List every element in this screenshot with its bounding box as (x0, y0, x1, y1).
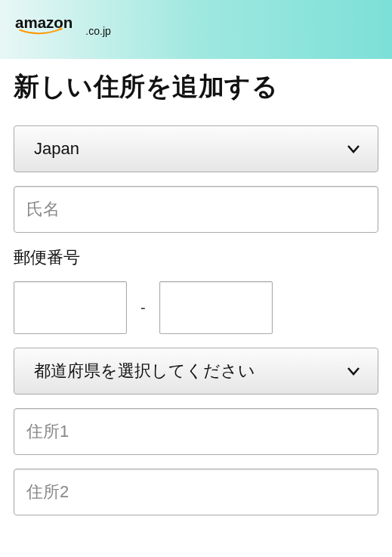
chevron-down-icon (346, 364, 361, 379)
logo-suffix: .co.jp (85, 25, 110, 37)
postal-input-1[interactable] (14, 281, 127, 334)
main-content: 新しい住所を追加する Japan 郵便番号 - 都道府県を選択してください (0, 59, 392, 544)
postal-row: - (14, 281, 378, 334)
chevron-down-icon (346, 141, 361, 156)
address2-input[interactable] (14, 469, 378, 515)
prefecture-select[interactable]: 都道府県を選択してください (14, 348, 378, 395)
name-input[interactable] (14, 186, 378, 233)
page-title: 新しい住所を追加する (14, 70, 378, 104)
country-select-value: Japan (34, 139, 79, 159)
prefecture-select-value: 都道府県を選択してください (34, 360, 255, 382)
header: amazon .co.jp (0, 0, 392, 59)
address1-input[interactable] (14, 408, 378, 455)
amazon-logo-icon: amazon (15, 14, 85, 35)
postal-label: 郵便番号 (14, 246, 378, 269)
svg-text:amazon: amazon (15, 14, 73, 31)
country-select[interactable]: Japan (14, 125, 378, 172)
postal-separator: - (140, 299, 146, 317)
postal-input-2[interactable] (159, 281, 273, 334)
amazon-logo[interactable]: amazon .co.jp (15, 14, 377, 37)
